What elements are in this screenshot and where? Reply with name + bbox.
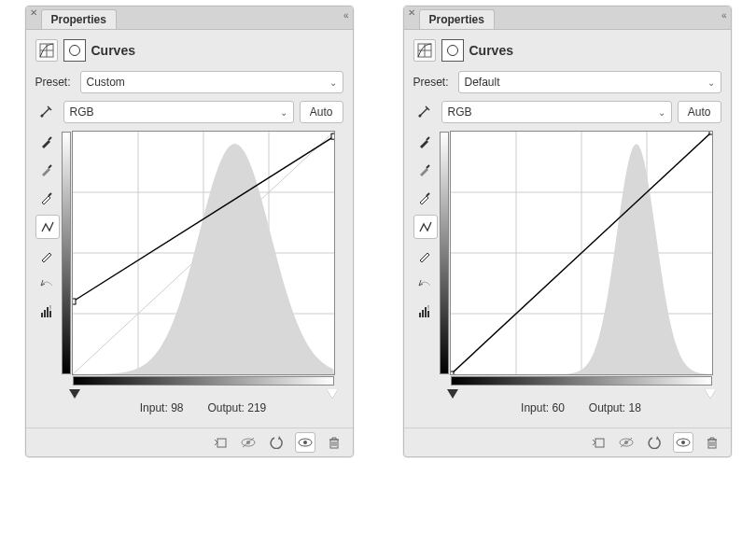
preset-row: Preset: Default ⌄ [413,71,721,93]
clip-to-layer-icon[interactable] [211,433,230,452]
close-icon[interactable]: ✕ [30,8,37,18]
input-gradient [73,376,334,386]
output-gradient [62,132,71,374]
curves-header: Curves [35,39,343,62]
panel-body: Curves Preset: Default ⌄ RGB ⌄ Auto [404,30,731,428]
svg-point-46 [681,441,685,444]
panel-body: Curves Preset: Custom ⌄ RGB ⌄ Auto [26,30,353,428]
input-label: Input: [521,401,549,414]
svg-rect-26 [419,313,421,317]
tab-properties[interactable]: Properties [41,9,117,29]
properties-panel: ✕ Properties « Curves Preset: Default ⌄ … [403,6,732,457]
panel-tabbar: ✕ Properties « [26,7,353,30]
chevron-down-icon: ⌄ [280,107,287,118]
svg-rect-5 [49,311,51,317]
svg-rect-2 [41,313,43,317]
smooth-curve-icon[interactable] [413,273,436,295]
channel-row: RGB ⌄ Auto [35,101,343,123]
svg-point-1 [40,115,43,118]
histogram-options-icon[interactable]: ! [413,301,436,323]
channel-select[interactable]: RGB ⌄ [63,101,294,123]
visibility-icon[interactable] [295,432,315,453]
histogram-options-icon[interactable]: ! [35,301,58,323]
input-value: 98 [171,401,183,414]
draw-curve-pencil-icon[interactable] [35,245,58,267]
input-value: 60 [552,401,564,414]
output-gradient [440,132,449,374]
white-eyedropper-icon[interactable] [35,187,58,209]
channel-select[interactable]: RGB ⌄ [441,101,672,123]
smooth-curve-icon[interactable] [35,273,58,295]
svg-rect-15 [73,299,76,304]
svg-point-22 [303,441,307,444]
io-readout: Input: 60 Output: 18 [521,401,641,414]
graph-wrap: Input: 60 Output: 18 [441,131,721,414]
white-slider[interactable] [705,389,716,399]
chevron-down-icon: ⌄ [658,107,665,118]
svg-rect-17 [217,439,226,447]
layer-mask-thumb[interactable] [441,39,464,62]
collapse-icon[interactable]: « [343,10,349,21]
channel-value: RGB [448,105,472,119]
reset-icon[interactable] [645,433,664,452]
reset-icon[interactable] [267,433,286,452]
close-icon[interactable]: ✕ [408,8,415,18]
on-image-adjust-icon[interactable] [413,101,436,123]
gray-eyedropper-icon[interactable] [413,159,436,181]
tool-column: ! [35,131,58,414]
black-slider[interactable] [447,389,458,399]
delete-icon[interactable] [703,433,721,452]
draw-curve-pencil-icon[interactable] [413,245,436,267]
curve-point-tool-icon[interactable] [413,215,438,239]
svg-rect-16 [331,133,334,139]
delete-icon[interactable] [325,433,343,452]
curves-graph[interactable] [72,131,335,375]
svg-rect-39 [451,372,454,374]
preset-select[interactable]: Custom ⌄ [80,71,343,93]
adjustment-type-icon[interactable] [35,39,58,62]
chevron-down-icon: ⌄ [329,77,337,88]
graph-wrap: Input: 98 Output: 219 [63,131,343,414]
clip-to-layer-icon[interactable] [589,433,608,452]
preset-select[interactable]: Default ⌄ [458,71,721,93]
view-previous-icon[interactable] [239,433,258,452]
svg-rect-28 [425,307,427,317]
black-eyedropper-icon[interactable] [413,131,436,153]
svg-rect-40 [709,132,712,134]
adjustment-title: Curves [469,43,513,58]
on-image-adjust-icon[interactable] [35,101,58,123]
collapse-icon[interactable]: « [721,10,727,21]
white-slider[interactable] [327,389,338,399]
white-eyedropper-icon[interactable] [413,187,436,209]
tab-properties[interactable]: Properties [419,9,495,29]
svg-text:!: ! [427,304,429,311]
view-previous-icon[interactable] [617,433,636,452]
panel-footer [404,428,731,456]
output-label: Output: [208,401,245,414]
adjustment-title: Curves [91,43,135,58]
output-value: 219 [247,401,266,414]
curves-main: ! Input: 60 Output: 18 [413,131,721,414]
curve-point-tool-icon[interactable] [35,215,60,239]
gray-eyedropper-icon[interactable] [35,159,58,181]
properties-panel: ✕ Properties « Curves Preset: Custom ⌄ R… [25,6,354,457]
svg-rect-29 [427,311,429,317]
preset-value: Custom [87,76,125,89]
auto-button[interactable]: Auto [300,101,343,123]
black-eyedropper-icon[interactable] [35,131,58,153]
channel-value: RGB [70,105,94,119]
visibility-icon[interactable] [673,432,693,453]
preset-label: Preset: [35,76,75,89]
curves-graph[interactable] [450,131,713,375]
layer-mask-thumb[interactable] [63,39,86,62]
io-readout: Input: 98 Output: 219 [140,401,266,414]
black-slider[interactable] [69,389,80,399]
channel-row: RGB ⌄ Auto [413,101,721,123]
output-label: Output: [589,401,625,414]
output-value: 18 [629,401,641,414]
curves-header: Curves [413,39,721,62]
preset-label: Preset: [413,76,453,89]
auto-button[interactable]: Auto [678,101,721,123]
adjustment-type-icon[interactable] [413,39,436,62]
curves-svg [73,132,334,374]
